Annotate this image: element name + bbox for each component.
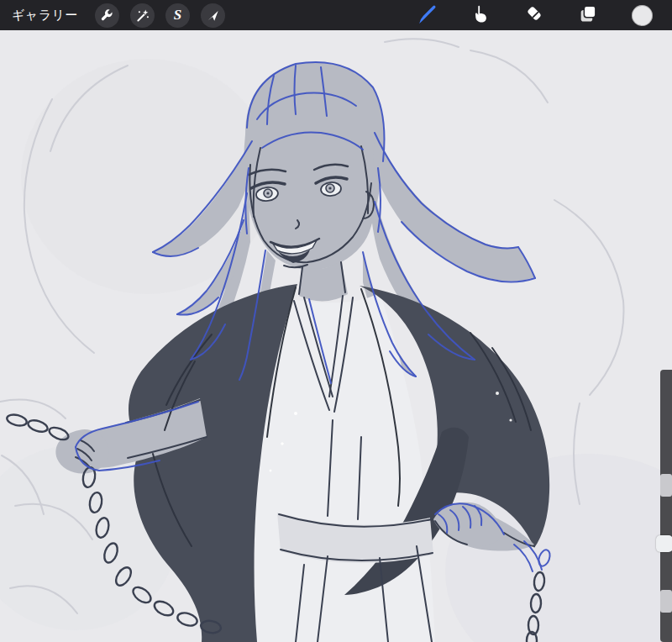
layers-button[interactable] [576, 3, 600, 27]
layers-icon [578, 3, 598, 27]
drawing-canvas[interactable] [0, 30, 672, 642]
erase-button[interactable] [522, 3, 546, 27]
color-button[interactable] [630, 3, 654, 27]
wrench-icon [100, 8, 114, 23]
canvas-sidebar [660, 370, 672, 642]
brush-size-slider[interactable] [660, 474, 672, 497]
paintbrush-icon [416, 3, 438, 28]
transform-button[interactable] [201, 3, 225, 28]
transform-arrow-icon [206, 8, 220, 23]
actions-button[interactable] [95, 3, 119, 28]
magic-wand-icon [135, 8, 150, 23]
selection-s-icon: S [174, 8, 181, 22]
smudge-finger-icon [470, 3, 491, 27]
procreate-window: ギャラリー S [0, 0, 672, 642]
gallery-button[interactable]: ギャラリー [12, 8, 78, 24]
color-swatch-circle [632, 5, 653, 26]
top-toolbar: ギャラリー S [0, 0, 672, 30]
paint-button[interactable] [415, 3, 438, 27]
selection-button[interactable]: S [165, 3, 190, 28]
modify-button[interactable] [656, 535, 672, 552]
opacity-slider[interactable] [660, 590, 672, 613]
eraser-icon [524, 3, 544, 27]
paint-tool-group [415, 3, 660, 27]
smudge-button[interactable] [469, 3, 492, 27]
artwork-sketch [0, 30, 672, 642]
adjustments-button[interactable] [130, 3, 155, 28]
